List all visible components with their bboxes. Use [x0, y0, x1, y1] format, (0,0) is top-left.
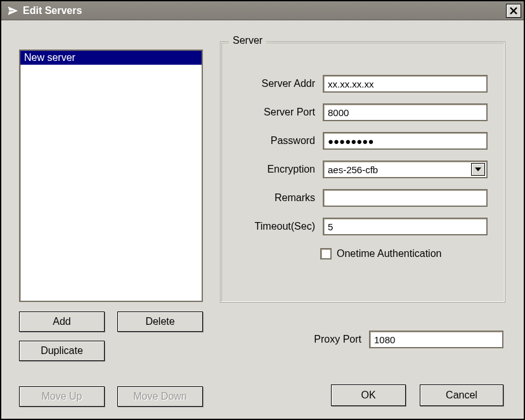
password-input[interactable]	[323, 132, 488, 150]
proxy-port-label: Proxy Port	[255, 334, 369, 345]
duplicate-button[interactable]: Duplicate	[19, 341, 105, 361]
ok-button[interactable]: OK	[331, 384, 406, 406]
delete-button[interactable]: Delete	[117, 312, 203, 332]
close-icon	[510, 7, 517, 15]
edit-servers-window: Edit Servers New server Server Server Ad…	[0, 0, 525, 420]
password-label: Password	[240, 135, 323, 147]
onetime-auth-checkbox[interactable]	[320, 248, 332, 259]
fieldset-legend: Server	[229, 35, 266, 46]
dropdown-button[interactable]	[471, 163, 485, 176]
remarks-label: Remarks	[240, 192, 323, 204]
server-port-input[interactable]	[323, 103, 488, 121]
cancel-button[interactable]: Cancel	[420, 384, 503, 406]
encryption-value: aes-256-cfb	[328, 164, 378, 175]
encryption-label: Encryption	[240, 164, 323, 175]
encryption-select[interactable]: aes-256-cfb	[323, 161, 488, 178]
server-list-item[interactable]: New server	[20, 51, 202, 65]
titlebar: Edit Servers	[1, 1, 524, 20]
timeout-label: Timeout(Sec)	[240, 221, 323, 232]
add-button[interactable]: Add	[19, 312, 105, 332]
server-port-label: Server Port	[240, 107, 323, 118]
timeout-input[interactable]	[323, 218, 488, 235]
server-list[interactable]: New server	[19, 49, 203, 302]
chevron-down-icon	[475, 167, 481, 171]
onetime-auth-label: Onetime Authentication	[337, 248, 441, 259]
proxy-port-input[interactable]	[369, 331, 503, 348]
window-title: Edit Servers	[23, 5, 82, 16]
server-addr-label: Server Addr	[240, 78, 323, 89]
app-icon	[6, 4, 19, 17]
close-button[interactable]	[506, 4, 521, 18]
move-up-button[interactable]: Move Up	[19, 386, 105, 407]
move-down-button[interactable]: Move Down	[117, 386, 203, 407]
remarks-input[interactable]	[323, 189, 488, 207]
client-area: New server Server Server Addr Server Por…	[1, 20, 524, 419]
server-fieldset: Server Server Addr Server Port Password …	[221, 42, 505, 302]
server-addr-input[interactable]	[323, 75, 488, 93]
